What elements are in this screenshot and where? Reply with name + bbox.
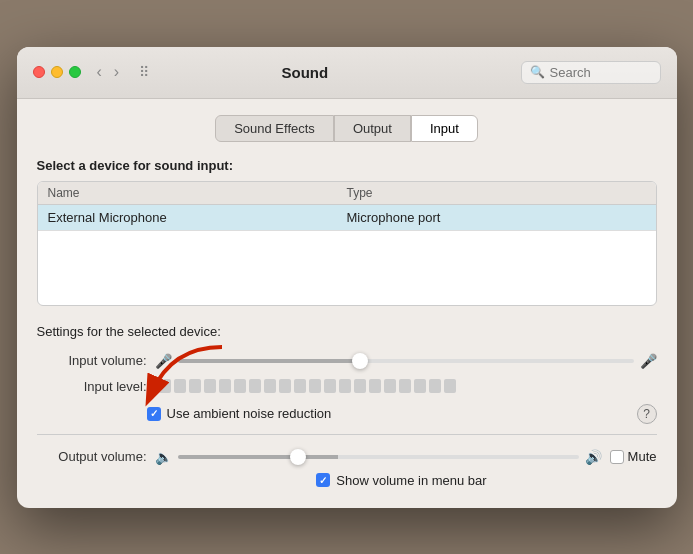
level-bar-4 bbox=[204, 379, 216, 393]
device-type: Microphone port bbox=[347, 210, 646, 225]
tab-bar: Sound Effects Output Input bbox=[37, 115, 657, 142]
input-volume-thumb[interactable] bbox=[352, 353, 368, 369]
level-bar-7 bbox=[249, 379, 261, 393]
level-bar-11 bbox=[309, 379, 321, 393]
search-input[interactable] bbox=[550, 65, 652, 80]
output-volume-row: Output volume: 🔈 🔊 Mute bbox=[37, 449, 657, 465]
speaker-icon-low: 🔈 bbox=[155, 449, 172, 465]
minimize-button[interactable] bbox=[51, 66, 63, 78]
search-icon: 🔍 bbox=[530, 65, 545, 79]
help-button[interactable]: ? bbox=[637, 404, 657, 424]
level-bar-8 bbox=[264, 379, 276, 393]
level-bar-12 bbox=[324, 379, 336, 393]
level-bar-15 bbox=[369, 379, 381, 393]
device-section-title: Select a device for sound input: bbox=[37, 158, 657, 173]
level-bar-19 bbox=[429, 379, 441, 393]
maximize-button[interactable] bbox=[69, 66, 81, 78]
level-bar-1 bbox=[159, 379, 171, 393]
tab-input[interactable]: Input bbox=[411, 115, 478, 142]
tab-output[interactable]: Output bbox=[334, 115, 411, 142]
device-table: Name Type External Microphone Microphone… bbox=[37, 181, 657, 306]
output-volume-slider[interactable] bbox=[178, 455, 579, 459]
table-row[interactable]: External Microphone Microphone port bbox=[38, 205, 656, 231]
mic-icon-low: 🎤 bbox=[155, 353, 172, 369]
settings-section-title: Settings for the selected device: bbox=[37, 324, 657, 339]
titlebar: ‹ › ⠿ Sound 🔍 bbox=[17, 47, 677, 99]
level-bar-13 bbox=[339, 379, 351, 393]
red-arrow bbox=[142, 337, 242, 407]
noise-reduction-checkbox[interactable] bbox=[147, 407, 161, 421]
level-bar-14 bbox=[354, 379, 366, 393]
input-volume-label: Input volume: bbox=[37, 353, 147, 368]
output-volume-thumb[interactable] bbox=[290, 449, 306, 465]
level-bar-9 bbox=[279, 379, 291, 393]
input-volume-slider[interactable] bbox=[178, 359, 634, 363]
input-level-row: Input level: bbox=[37, 379, 657, 394]
level-bar-5 bbox=[219, 379, 231, 393]
noise-reduction-label: Use ambient noise reduction bbox=[167, 406, 332, 421]
col-type-header: Type bbox=[347, 186, 646, 200]
bottom-section: Input volume: 🎤 🎤 bbox=[37, 353, 657, 424]
level-bar-6 bbox=[234, 379, 246, 393]
show-volume-label: Show volume in menu bar bbox=[336, 473, 486, 488]
traffic-lights bbox=[33, 66, 81, 78]
mute-checkbox[interactable] bbox=[610, 450, 624, 464]
input-level-bars bbox=[159, 379, 657, 393]
window-title: Sound bbox=[101, 64, 508, 81]
speaker-icon-high: 🔊 bbox=[585, 449, 602, 465]
close-button[interactable] bbox=[33, 66, 45, 78]
mute-container: Mute bbox=[610, 449, 657, 464]
table-header: Name Type bbox=[38, 182, 656, 205]
content-area: Sound Effects Output Input Select a devi… bbox=[17, 99, 677, 508]
level-bar-16 bbox=[384, 379, 396, 393]
sound-window: ‹ › ⠿ Sound 🔍 Sound Effects Output Input… bbox=[17, 47, 677, 508]
search-box[interactable]: 🔍 bbox=[521, 61, 661, 84]
output-volume-slider-container: 🔈 🔊 bbox=[155, 449, 602, 465]
level-bar-3 bbox=[189, 379, 201, 393]
output-volume-label: Output volume: bbox=[37, 449, 147, 464]
level-bar-18 bbox=[414, 379, 426, 393]
show-volume-checkbox[interactable] bbox=[316, 473, 330, 487]
level-bar-17 bbox=[399, 379, 411, 393]
level-bar-20 bbox=[444, 379, 456, 393]
input-volume-row: Input volume: 🎤 🎤 bbox=[37, 353, 657, 369]
device-name: External Microphone bbox=[48, 210, 347, 225]
separator bbox=[37, 434, 657, 435]
col-name-header: Name bbox=[48, 186, 347, 200]
mute-label: Mute bbox=[628, 449, 657, 464]
level-bar-2 bbox=[174, 379, 186, 393]
input-level-label: Input level: bbox=[37, 379, 147, 394]
table-body: External Microphone Microphone port bbox=[38, 205, 656, 305]
tab-sound-effects[interactable]: Sound Effects bbox=[215, 115, 334, 142]
mic-icon-high: 🎤 bbox=[640, 353, 657, 369]
level-bar-10 bbox=[294, 379, 306, 393]
input-volume-slider-container: 🎤 🎤 bbox=[155, 353, 657, 369]
